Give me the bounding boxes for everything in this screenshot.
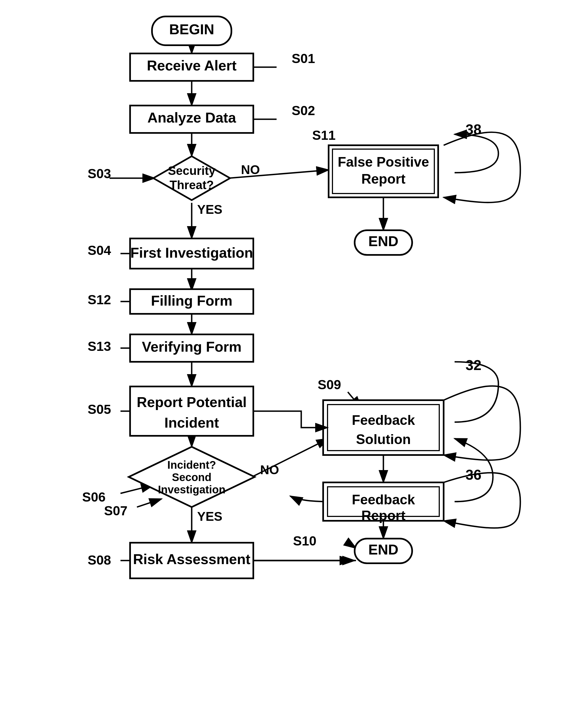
false-positive-line1: False Positive xyxy=(338,154,429,170)
s10-label: S10 xyxy=(293,534,316,548)
s01-label: S01 xyxy=(292,51,315,66)
s12-label: S12 xyxy=(88,292,111,307)
s08-label: S08 xyxy=(88,553,111,567)
false-positive-line2: Report xyxy=(361,171,405,187)
verifying-form-label: Verifying Form xyxy=(142,339,242,355)
end1-label: END xyxy=(368,233,399,249)
yes-label-1: YES xyxy=(197,202,222,216)
filling-form-label: Filling Form xyxy=(151,293,232,309)
incident-line3: Investigation xyxy=(158,484,226,496)
security-threat-line2: Threat? xyxy=(169,178,214,191)
s04-label: S04 xyxy=(88,243,111,258)
security-threat-line1: Security xyxy=(168,164,216,177)
s11-label: S11 xyxy=(312,128,335,142)
report-potential-line2: Incident xyxy=(164,415,219,431)
incident-line2: Second xyxy=(172,471,212,483)
feedback-solution-line2: Solution xyxy=(356,432,411,447)
s06-label: S06 xyxy=(82,490,105,504)
end2-label: END xyxy=(368,542,399,557)
yes-label-2: YES xyxy=(197,509,222,523)
analyze-data-label: Analyze Data xyxy=(147,110,236,126)
incident-line1: Incident? xyxy=(167,459,216,471)
num32-label: 32 xyxy=(466,357,482,373)
feedback-report-line1: Feedback xyxy=(352,492,415,508)
s02-label: S02 xyxy=(292,103,315,118)
s09-label: S09 xyxy=(318,378,341,392)
first-investigation-label: First Investigation xyxy=(130,245,253,261)
no-label-2: NO xyxy=(260,463,279,477)
s03-label: S03 xyxy=(88,166,111,181)
no-label-1: NO xyxy=(241,162,260,177)
s07-label: S07 xyxy=(104,503,127,518)
receive-alert-label: Receive Alert xyxy=(147,57,237,74)
feedback-report-line2: Report xyxy=(361,508,405,523)
report-potential-line1: Report Potential xyxy=(137,394,247,410)
s05-label: S05 xyxy=(88,402,111,417)
svg-line-26 xyxy=(137,499,162,507)
begin-label: BEGIN xyxy=(169,21,214,37)
s13-label: S13 xyxy=(88,339,111,354)
feedback-solution-line1: Feedback xyxy=(352,413,415,428)
risk-assessment-label: Risk Assessment xyxy=(133,551,251,567)
